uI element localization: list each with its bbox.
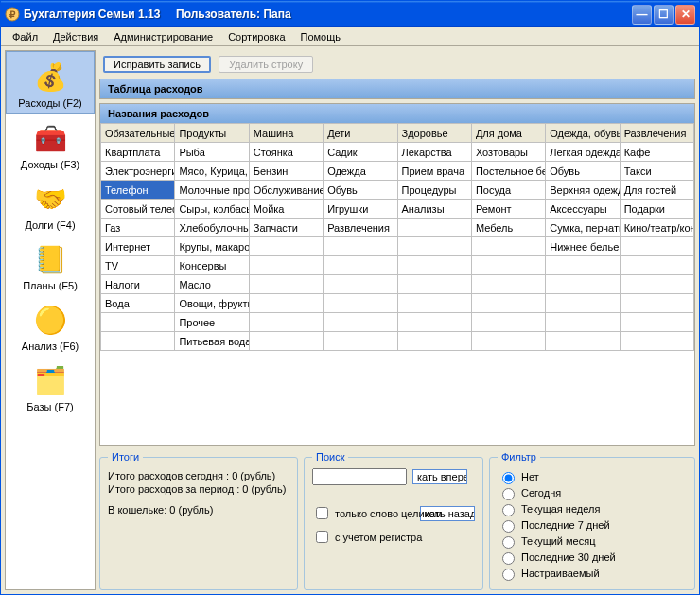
table-cell[interactable]: Консервы — [175, 256, 249, 275]
table-cell[interactable]: TV — [101, 256, 175, 275]
column-header[interactable]: Обязательные — [101, 124, 175, 143]
table-cell[interactable] — [249, 237, 323, 256]
table-cell[interactable] — [546, 332, 620, 351]
close-button[interactable]: ✕ — [675, 5, 695, 25]
table-cell[interactable]: Лекарства — [397, 143, 471, 162]
table-cell[interactable]: Запчасти — [249, 219, 323, 237]
table-cell[interactable] — [249, 332, 323, 351]
filter-option[interactable]: Последние 7 дней — [498, 517, 687, 533]
table-cell[interactable]: Легкая одежда — [546, 143, 620, 162]
menu-item[interactable]: Сортировка — [220, 29, 292, 44]
table-cell[interactable]: Вода — [101, 294, 175, 313]
menu-item[interactable]: Помощь — [293, 29, 349, 44]
table-cell[interactable]: Одежда — [324, 162, 397, 181]
table-cell[interactable]: Рыба — [175, 143, 249, 162]
table-cell[interactable] — [546, 313, 620, 332]
table-cell[interactable]: Телефон — [101, 181, 175, 200]
table-cell[interactable] — [546, 294, 620, 313]
table-scroll[interactable]: ОбязательныеПродуктыМашинаДетиЗдоровьеДл… — [100, 123, 694, 445]
table-cell[interactable]: Для гостей — [620, 181, 693, 200]
table-cell[interactable] — [324, 313, 397, 332]
sidebar-item[interactable]: 🗂️Базы (F7) — [6, 356, 95, 416]
table-cell[interactable]: Процедуры — [397, 181, 471, 200]
column-header[interactable]: Здоровье — [397, 124, 471, 143]
sidebar-item[interactable]: 🤝Долги (F4) — [6, 174, 95, 235]
table-cell[interactable] — [397, 219, 471, 237]
filter-option[interactable]: Текущая неделя — [498, 501, 687, 516]
table-cell[interactable] — [471, 313, 545, 332]
table-cell[interactable] — [397, 332, 471, 351]
table-cell[interactable] — [471, 275, 545, 294]
filter-option[interactable]: Настраиваемый — [498, 566, 687, 581]
table-cell[interactable] — [324, 275, 397, 294]
table-cell[interactable] — [249, 294, 323, 313]
filter-option[interactable]: Текущий месяц — [498, 534, 687, 549]
table-cell[interactable] — [324, 332, 397, 351]
table-cell[interactable]: Игрушки — [324, 200, 397, 219]
table-cell[interactable]: Овощи, фрукты — [175, 294, 249, 313]
table-cell[interactable]: Молочные продукты — [175, 181, 249, 200]
filter-option[interactable]: Последние 30 дней — [498, 550, 687, 565]
table-cell[interactable]: Масло — [175, 275, 249, 294]
table-cell[interactable]: Крупы, макароны — [175, 237, 249, 256]
table-cell[interactable]: Аксессуары — [546, 200, 620, 219]
table-cell[interactable]: Прием врача — [397, 162, 471, 181]
match-case-checkbox[interactable]: с учетом регистра — [312, 528, 475, 546]
table-cell[interactable] — [397, 313, 471, 332]
sidebar-item[interactable]: 🟡Анализ (F6) — [6, 295, 95, 356]
table-cell[interactable] — [471, 332, 545, 351]
table-cell[interactable] — [249, 256, 323, 275]
table-cell[interactable]: Сыры, колбасы — [175, 200, 249, 219]
table-cell[interactable] — [620, 237, 693, 256]
table-cell[interactable]: Верхняя одежда — [546, 181, 620, 200]
menu-item[interactable]: Действия — [45, 29, 106, 44]
table-cell[interactable]: Бензин — [249, 162, 323, 181]
minimize-button[interactable]: — — [632, 5, 652, 25]
table-cell[interactable]: Кафе — [620, 143, 693, 162]
table-cell[interactable] — [471, 237, 545, 256]
table-cell[interactable] — [620, 256, 693, 275]
column-header[interactable]: Продукты — [175, 124, 249, 143]
table-cell[interactable]: Ремонт — [471, 200, 545, 219]
table-cell[interactable]: Мойка — [249, 200, 323, 219]
table-cell[interactable]: Электроэнергия — [101, 162, 175, 181]
table-cell[interactable] — [397, 294, 471, 313]
table-cell[interactable] — [249, 313, 323, 332]
table-cell[interactable] — [324, 237, 397, 256]
table-cell[interactable]: Садик — [324, 143, 397, 162]
expense-names-table[interactable]: ОбязательныеПродуктыМашинаДетиЗдоровьеДл… — [100, 123, 694, 351]
table-cell[interactable]: Хозтовары — [471, 143, 545, 162]
table-cell[interactable]: Газ — [101, 219, 175, 237]
table-cell[interactable] — [620, 275, 693, 294]
table-cell[interactable]: Интернет — [101, 237, 175, 256]
table-cell[interactable]: Посуда — [471, 181, 545, 200]
table-cell[interactable] — [620, 332, 693, 351]
table-cell[interactable] — [546, 275, 620, 294]
column-header[interactable]: Одежда, обувь — [546, 124, 620, 143]
table-cell[interactable] — [471, 294, 545, 313]
table-cell[interactable] — [249, 275, 323, 294]
table-cell[interactable] — [397, 237, 471, 256]
table-cell[interactable] — [620, 313, 693, 332]
table-cell[interactable]: Обувь — [546, 162, 620, 181]
edit-record-button[interactable]: Исправить запись — [103, 56, 211, 73]
table-cell[interactable]: Питьевая вода — [175, 332, 249, 351]
table-cell[interactable]: Постельное белье — [471, 162, 545, 181]
table-cell[interactable]: Стоянка — [249, 143, 323, 162]
table-cell[interactable]: Подарки — [620, 200, 693, 219]
table-cell[interactable]: Сумка, перчатки — [546, 219, 620, 237]
column-header[interactable]: Машина — [249, 124, 323, 143]
table-cell[interactable] — [101, 332, 175, 351]
column-header[interactable]: Развлечения — [620, 124, 693, 143]
table-cell[interactable] — [397, 256, 471, 275]
table-cell[interactable] — [397, 275, 471, 294]
table-cell[interactable]: Анализы — [397, 200, 471, 219]
search-forward-button[interactable]: кать вперед — [412, 469, 467, 484]
table-cell[interactable] — [620, 294, 693, 313]
sidebar-item[interactable]: 💰Расходы (F2) — [6, 51, 95, 114]
search-input[interactable] — [312, 468, 407, 485]
table-cell[interactable]: Нижнее белье — [546, 237, 620, 256]
table-cell[interactable]: Развлечения — [324, 219, 397, 237]
table-cell[interactable]: Квартплата — [101, 143, 175, 162]
table-cell[interactable] — [324, 256, 397, 275]
